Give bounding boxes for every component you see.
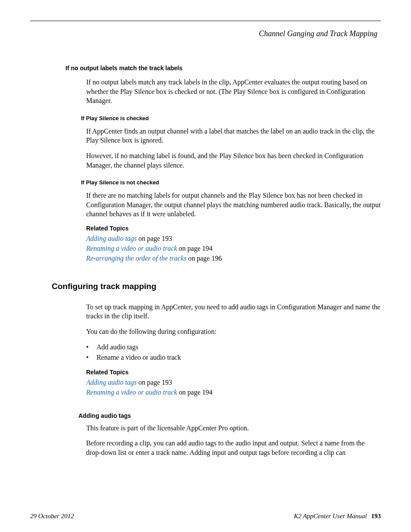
page-footer: 29 October 2012 K2 AppCenter User Manual… [30,513,381,520]
link-suffix: on page 194 [177,245,212,252]
heading-configuring-track-mapping: Configuring track mapping [52,282,381,291]
heading-play-silence-not-checked: If Play Silence is not checked [81,179,381,186]
bullet-list: •Add audio tags •Rename a video or audio… [86,342,381,363]
page-content: If no output labels match the track labe… [30,65,381,463]
link-renaming-track[interactable]: Renaming a video or audio track [86,245,177,252]
footer-date: 29 October 2012 [30,513,74,520]
related-topics-heading: Related Topics [86,225,381,232]
link-renaming-track[interactable]: Renaming a video or audio track [86,389,177,396]
related-link-row: Renaming a video or audio track on page … [86,387,381,397]
link-rearranging-tracks[interactable]: Re-arranging the order of the tracks [86,255,187,262]
list-item-text: Add audio tags [97,342,138,352]
heading-adding-audio-tags: Adding audio tags [78,412,381,419]
heading-no-output-labels: If no output labels match the track labe… [65,65,381,72]
link-suffix: on page 193 [137,379,172,386]
header-rule [30,21,381,21]
para: To set up track mapping in AppCenter, yo… [86,302,381,321]
para: If no output labels match any track labe… [86,78,381,106]
list-item: •Rename a video or audio track [86,352,381,363]
footer-page-number: 193 [371,513,381,520]
bullet-icon: • [86,352,90,363]
related-link-row: Re-arranging the order of the tracks on … [86,253,381,263]
para: Before recording a clip, you can add aud… [86,439,381,457]
bullet-icon: • [86,342,90,352]
link-suffix: on page 196 [187,255,222,262]
related-link-row: Adding audio tags on page 193 [86,377,381,387]
header-title: Channel Ganging and Track Mapping [259,29,377,38]
link-adding-audio-tags[interactable]: Adding audio tags [86,235,137,242]
link-suffix: on page 194 [177,389,212,396]
para: This feature is part of the licensable A… [86,423,381,433]
para: If there are no matching labels for outp… [86,191,381,219]
para: If AppCenter finds an output channel wit… [86,127,381,145]
footer-manual: K2 AppCenter User Manual193 [294,513,381,520]
related-topics-heading: Related Topics [86,369,381,376]
related-link-row: Renaming a video or audio track on page … [86,243,381,253]
related-link-row: Adding audio tags on page 193 [86,233,381,243]
link-suffix: on page 193 [137,235,172,242]
para: You can do the following during configur… [86,327,381,336]
footer-manual-title: K2 AppCenter User Manual [294,513,367,520]
list-item-text: Rename a video or audio track [97,352,181,363]
para: However, if no matching label is found, … [86,151,381,170]
list-item: •Add audio tags [86,342,381,352]
heading-play-silence-checked: If Play Silence is checked [81,115,381,121]
link-adding-audio-tags[interactable]: Adding audio tags [86,379,137,386]
